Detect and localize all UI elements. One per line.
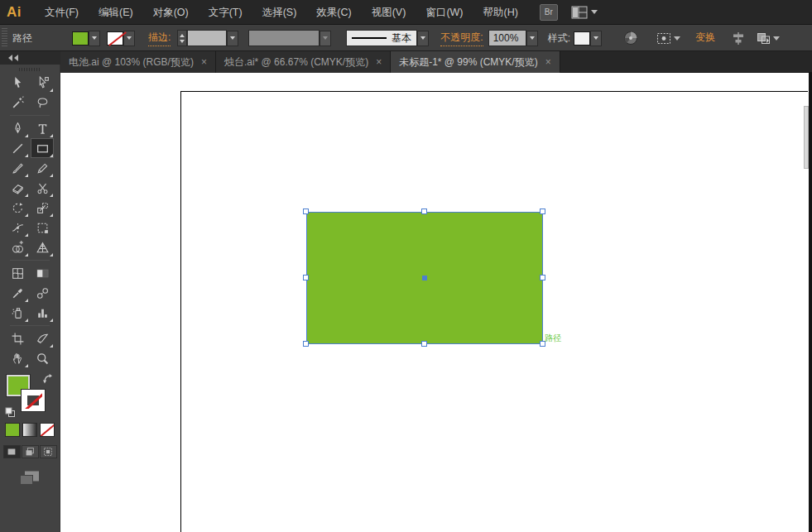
pen-tool[interactable] — [6, 118, 29, 138]
column-graph-tool[interactable] — [31, 303, 54, 323]
artboard-tool[interactable] — [6, 328, 29, 348]
lasso-tool[interactable] — [31, 93, 54, 113]
selection-center-point[interactable] — [422, 276, 427, 280]
selection-handle[interactable] — [303, 341, 309, 347]
shape-builder-tool[interactable] — [6, 237, 29, 257]
transform-panel-link[interactable]: 变换 — [695, 31, 715, 46]
artboard-left-edge — [180, 91, 181, 532]
selection-handle[interactable] — [540, 275, 545, 280]
opacity-panel-link[interactable]: 不透明度: — [440, 31, 483, 46]
tools-panel-collapse-button[interactable] — [0, 51, 60, 65]
eyedropper-tool[interactable] — [6, 283, 29, 303]
tab-close-icon[interactable]: × — [376, 56, 382, 68]
selection-handle[interactable] — [421, 208, 427, 214]
type-tool[interactable] — [31, 118, 54, 138]
tools-panel-grip[interactable] — [19, 68, 41, 71]
workspace-switcher-button[interactable] — [571, 6, 598, 19]
brush-definition-field[interactable]: 基本 — [346, 30, 417, 46]
pencil-tool[interactable] — [31, 158, 54, 178]
free-transform-tool[interactable] — [31, 218, 54, 237]
style-combo[interactable] — [574, 31, 602, 46]
rectangle-tool[interactable] — [31, 138, 54, 158]
eraser-tool[interactable] — [6, 178, 29, 198]
opacity-dropdown-button[interactable] — [526, 31, 538, 46]
zoom-tool[interactable] — [31, 348, 54, 368]
draw-normal-mode-button[interactable] — [3, 445, 21, 458]
hand-tool[interactable] — [6, 348, 29, 368]
gradient-tool[interactable] — [31, 263, 54, 283]
document-tab-2[interactable]: 未标题-1* @ 99% (CMYK/预览)× — [391, 51, 560, 73]
direct-selection-tool[interactable] — [31, 73, 54, 93]
stroke-weight-field[interactable] — [187, 30, 227, 46]
menu-item-3[interactable]: 文字(T) — [199, 0, 252, 25]
symbol-sprayer-tool[interactable] — [6, 303, 29, 323]
selection-handle[interactable] — [303, 275, 309, 280]
shape-builder-tool-icon — [11, 241, 25, 255]
menu-item-0[interactable]: 文件(F) — [35, 0, 89, 25]
mesh-tool[interactable] — [6, 263, 29, 283]
swap-fill-stroke-button[interactable] — [42, 373, 54, 388]
stroke-panel-link[interactable]: 描边: — [148, 31, 171, 46]
paintbrush-tool[interactable] — [6, 158, 29, 178]
fill-color-swatch[interactable] — [72, 31, 89, 46]
tab-close-icon[interactable]: × — [201, 56, 207, 68]
blend-tool[interactable] — [31, 283, 54, 303]
width-tool[interactable] — [6, 218, 29, 237]
draw-inside-mode-button[interactable] — [40, 445, 57, 458]
perspective-grid-tool[interactable] — [31, 237, 54, 257]
stepper-down-icon[interactable] — [180, 40, 185, 43]
screen-mode-row — [0, 470, 60, 486]
default-fill-stroke-button[interactable] — [5, 406, 16, 421]
bridge-button[interactable]: Br — [540, 4, 558, 21]
scissors-tool-icon — [36, 181, 50, 195]
stroke-swatch[interactable] — [22, 390, 45, 411]
change-screen-mode-button[interactable] — [19, 470, 41, 486]
select-similar-button[interactable] — [656, 32, 680, 45]
vertical-scrollbar-thumb[interactable] — [804, 106, 809, 169]
draw-behind-mode-button[interactable] — [22, 445, 39, 458]
none-button[interactable] — [40, 423, 55, 437]
canvas[interactable]: 路径 — [60, 73, 812, 532]
gradient-button[interactable] — [22, 423, 37, 437]
menu-item-6[interactable]: 视图(V) — [362, 0, 416, 25]
stroke-color-combo[interactable] — [107, 31, 135, 46]
selection-tool[interactable] — [6, 73, 29, 93]
selection-handle[interactable] — [421, 341, 427, 347]
shape-mode-button[interactable] — [757, 32, 780, 45]
stroke-weight-stepper[interactable] — [177, 30, 187, 46]
style-swatch[interactable] — [574, 31, 590, 46]
stroke-weight-dropdown-button[interactable] — [227, 31, 238, 46]
selection-handle[interactable] — [303, 208, 309, 214]
scissors-tool[interactable] — [31, 178, 54, 198]
rotate-tool[interactable] — [6, 198, 29, 218]
color-button[interactable] — [5, 423, 20, 437]
selection-handle[interactable] — [540, 208, 545, 214]
tab-close-icon[interactable]: × — [545, 56, 551, 68]
menu-item-7[interactable]: 窗口(W) — [416, 0, 473, 25]
menu-item-1[interactable]: 编辑(E) — [89, 0, 143, 25]
width-profile-field[interactable] — [248, 30, 320, 46]
selected-rectangle[interactable] — [306, 212, 543, 344]
menu-item-5[interactable]: 效果(C) — [306, 0, 361, 25]
fill-color-combo[interactable] — [72, 31, 100, 46]
document-tab-0[interactable]: 电池.ai @ 103% (RGB/预览)× — [60, 51, 216, 73]
stepper-up-icon[interactable] — [180, 34, 185, 37]
magic-wand-tool[interactable] — [6, 93, 29, 113]
menu-item-8[interactable]: 帮助(H) — [473, 0, 528, 25]
brush-definition-dropdown-button[interactable] — [417, 31, 429, 46]
document-tab-1[interactable]: 烛台.ai* @ 66.67% (CMYK/预览)× — [216, 51, 391, 73]
line-segment-tool[interactable] — [6, 138, 29, 158]
opacity-field[interactable]: 100% — [488, 30, 526, 46]
width-profile-dropdown-button[interactable] — [320, 31, 331, 46]
slice-tool[interactable] — [31, 328, 54, 348]
align-panel-button[interactable] — [732, 32, 745, 45]
stroke-color-swatch[interactable] — [107, 31, 123, 46]
menu-item-4[interactable]: 选择(S) — [252, 0, 307, 25]
smart-guide-label: 路径 — [545, 333, 561, 344]
fill-color-dropdown-button[interactable] — [89, 31, 100, 46]
menu-item-2[interactable]: 对象(O) — [143, 0, 199, 25]
controlbar-grip[interactable] — [2, 28, 7, 48]
style-dropdown-button[interactable] — [590, 31, 602, 46]
recolor-artwork-button[interactable] — [623, 31, 638, 46]
scale-tool[interactable] — [31, 198, 54, 218]
